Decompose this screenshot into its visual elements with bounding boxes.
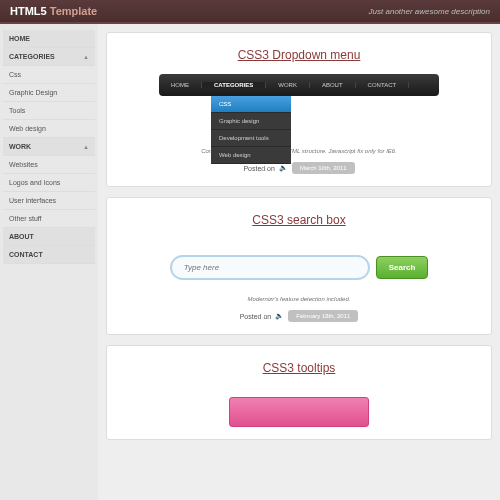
- sidebar-item[interactable]: Tools: [3, 102, 95, 120]
- speaker-icon: 🔈: [275, 312, 284, 320]
- sidebar-item[interactable]: Websites: [3, 156, 95, 174]
- card-tooltips: CSS3 tooltips: [106, 345, 492, 440]
- search-button[interactable]: Search: [376, 256, 429, 279]
- card-searchbox: CSS3 search box Search Modernizr's featu…: [106, 197, 492, 335]
- posted-line: Posted on 🔈February 18th, 2011: [125, 310, 473, 322]
- submenu-item[interactable]: Development tools: [211, 130, 291, 147]
- card-description: Contains clean and accessible HTML struc…: [125, 148, 473, 154]
- card-dropdown: CSS3 Dropdown menu HOME CATEGORIES WORK …: [106, 32, 492, 187]
- sidebar-heading[interactable]: ABOUT: [3, 228, 95, 246]
- card-title-link[interactable]: CSS3 search box: [252, 213, 345, 227]
- date-badge: February 18th, 2011: [288, 310, 358, 322]
- sidebar-item[interactable]: Other stuff: [3, 210, 95, 228]
- sidebar-heading[interactable]: HOME: [3, 30, 95, 48]
- search-input[interactable]: [184, 263, 356, 272]
- menu-item[interactable]: WORK: [266, 82, 310, 88]
- collapse-arrow-icon: ▲: [83, 54, 89, 60]
- sidebar-heading[interactable]: WORK▲: [3, 138, 95, 156]
- submenu-item[interactable]: Web design: [211, 147, 291, 164]
- submenu-item[interactable]: Graphic design: [211, 113, 291, 130]
- collapse-arrow-icon: ▲: [83, 144, 89, 150]
- sidebar-item[interactable]: Logos and Icons: [3, 174, 95, 192]
- dropdown-menu-demo: HOME CATEGORIES WORK ABOUT CONTACT CSS G…: [159, 74, 439, 96]
- logo[interactable]: HTML5 Template: [10, 5, 97, 17]
- sidebar-heading[interactable]: CONTACT: [3, 246, 95, 264]
- search-box: [170, 255, 370, 280]
- search-demo: Search: [125, 255, 473, 280]
- submenu: CSS Graphic design Development tools Web…: [211, 96, 291, 164]
- date-badge: March 10th, 2011: [292, 162, 355, 174]
- card-description: Modernizr's feature detection included.: [125, 296, 473, 302]
- card-title-link[interactable]: CSS3 tooltips: [263, 361, 336, 375]
- posted-line: Posted on 🔈March 10th, 2011: [125, 162, 473, 174]
- header: HTML5 Template Just another awesome desc…: [0, 0, 500, 24]
- submenu-item-active[interactable]: CSS: [211, 96, 291, 113]
- card-title-link[interactable]: CSS3 Dropdown menu: [238, 48, 361, 62]
- sidebar-item[interactable]: Web design: [3, 120, 95, 138]
- sidebar: HOMECATEGORIES▲CssGraphic DesignToolsWeb…: [0, 24, 98, 500]
- main-content: CSS3 Dropdown menu HOME CATEGORIES WORK …: [98, 24, 500, 500]
- menu-item[interactable]: HOME: [159, 82, 202, 88]
- sidebar-item[interactable]: Css: [3, 66, 95, 84]
- tooltip-demo-button[interactable]: [229, 397, 369, 427]
- speaker-icon: 🔈: [279, 164, 288, 172]
- sidebar-item[interactable]: User interfaces: [3, 192, 95, 210]
- container: HOMECATEGORIES▲CssGraphic DesignToolsWeb…: [0, 24, 500, 500]
- sidebar-heading[interactable]: CATEGORIES▲: [3, 48, 95, 66]
- tagline: Just another awesome description: [369, 7, 490, 16]
- menu-item-active[interactable]: CATEGORIES: [202, 82, 266, 88]
- menu-item[interactable]: ABOUT: [310, 82, 356, 88]
- menu-item[interactable]: CONTACT: [356, 82, 410, 88]
- sidebar-item[interactable]: Graphic Design: [3, 84, 95, 102]
